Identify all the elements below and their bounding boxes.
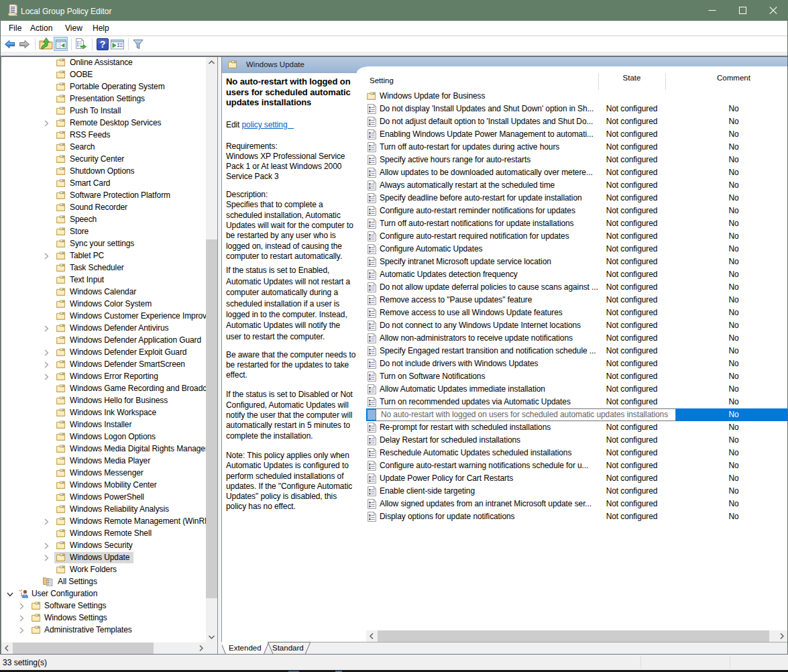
svg-text:?: ? (100, 39, 106, 50)
